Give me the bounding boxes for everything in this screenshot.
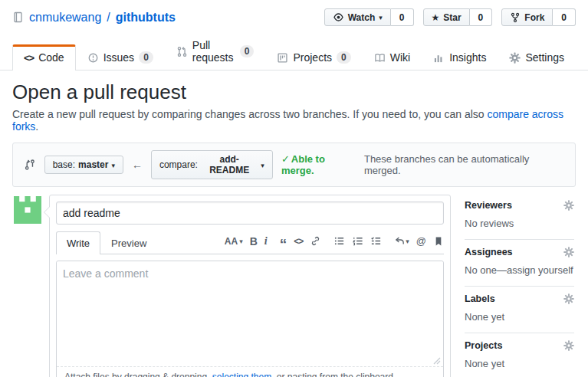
task-list-button[interactable]: [370, 235, 382, 247]
tab-write[interactable]: Write: [56, 231, 100, 254]
toolbar-group-misc: ▾ @: [394, 235, 444, 247]
tab-settings-label: Settings: [525, 51, 564, 64]
star-button[interactable]: ★ Star: [423, 8, 470, 26]
avatar[interactable]: [12, 195, 43, 225]
star-button-group: ★ Star 0: [423, 8, 493, 26]
base-branch-selector[interactable]: base: master ▾: [44, 156, 123, 174]
gear-icon[interactable]: [563, 340, 574, 351]
attach-files-bar[interactable]: Attach files by dragging & dropping, sel…: [57, 367, 443, 377]
tab-code[interactable]: <> Code: [12, 44, 76, 70]
pr-form-row: Write Preview AA▾ B i “ <>: [12, 195, 576, 377]
tab-projects[interactable]: Projects 0: [265, 44, 362, 70]
repo-icon: [12, 11, 24, 23]
bold-button[interactable]: B: [250, 236, 258, 247]
tab-insights[interactable]: Insights: [422, 44, 498, 70]
star-icon: ★: [432, 12, 440, 23]
link-icon: [310, 235, 321, 247]
project-icon: [277, 52, 288, 64]
code-icon: <>: [24, 52, 34, 64]
watch-count[interactable]: 0: [391, 8, 414, 26]
fork-icon: [510, 12, 521, 23]
projects-body: None yet: [465, 358, 574, 369]
compare-branch-selector[interactable]: compare: add-README ▾: [151, 150, 273, 179]
branch-compare-bar: base: master ▾ ← compare: add-README ▾ ✓…: [12, 143, 576, 187]
comment-textarea[interactable]: [57, 261, 443, 367]
repo-nav: <> Code Issues 0 Pull re: [0, 32, 588, 70]
issues-count-badge: 0: [139, 51, 153, 64]
sidebar-section-reviewers: Reviewers No reviews: [465, 196, 574, 240]
repo-owner-link[interactable]: cnmukewang: [29, 11, 101, 25]
compare-branch-prefix: compare:: [159, 159, 198, 170]
issue-opened-icon: [87, 52, 99, 64]
attach-text: Attach files by dragging & dropping,: [64, 372, 212, 377]
bullet-list-button[interactable]: [333, 235, 345, 247]
tab-wiki[interactable]: Wiki: [363, 44, 422, 70]
tab-issues[interactable]: Issues 0: [76, 44, 165, 70]
compare-branch-name: add-README: [201, 154, 258, 175]
task-list-icon: [370, 235, 382, 247]
repo-header: cnmukewang / githubtuts Watch ▾ 0 ★ Star…: [0, 0, 588, 32]
assignees-header[interactable]: Assignees: [465, 247, 574, 257]
mention-button[interactable]: @: [416, 236, 426, 246]
toolbar-group-text: AA▾ B i: [225, 236, 268, 247]
chevron-down-icon: ▾: [406, 238, 409, 245]
tab-pull-requests-label: Pull requests: [192, 39, 235, 64]
pull-requests-count-badge: 0: [240, 45, 255, 57]
base-branch-name: master: [78, 159, 108, 170]
labels-title: Labels: [465, 293, 495, 304]
repo-name-link[interactable]: githubtuts: [116, 11, 176, 25]
reviewers-title: Reviewers: [465, 200, 512, 211]
arrow-left-icon: ←: [132, 159, 143, 171]
social-actions: Watch ▾ 0 ★ Star 0: [324, 8, 576, 26]
quote-button[interactable]: “: [280, 237, 287, 251]
graph-icon: [433, 52, 445, 64]
fork-button[interactable]: Fork: [501, 8, 553, 26]
saved-replies-button[interactable]: ▾: [394, 235, 409, 247]
reply-icon: [394, 235, 406, 247]
text-size-button[interactable]: AA▾: [225, 237, 243, 246]
italic-button[interactable]: i: [264, 236, 268, 247]
markdown-toolbar: AA▾ B i “ <>: [212, 234, 444, 254]
tab-issues-label: Issues: [103, 51, 134, 64]
fork-count[interactable]: 0: [553, 8, 576, 26]
eye-icon: [333, 11, 344, 23]
gear-icon: [509, 52, 521, 64]
numbered-list-button[interactable]: [352, 235, 363, 247]
gear-icon[interactable]: [563, 293, 574, 304]
labels-body: None yet: [465, 311, 574, 323]
tab-pull-requests[interactable]: Pull requests 0: [165, 32, 266, 70]
pr-title-input[interactable]: [56, 202, 444, 225]
resize-grip[interactable]: [433, 357, 441, 365]
reviewers-body: No reviews: [465, 218, 574, 229]
link-button[interactable]: [310, 235, 321, 247]
bullet-list-icon: [333, 235, 345, 247]
subtitle-period: .: [35, 120, 38, 133]
sidebar-section-assignees: Assignees No one—assign yourself: [465, 240, 574, 287]
breadcrumb: cnmukewang / githubtuts: [12, 11, 176, 25]
attach-text-end: , or pasting from the clipboard.: [271, 372, 396, 377]
toolbar-group-insert: “ <>: [280, 234, 322, 248]
page-subtitle: Create a new pull request by comparing c…: [12, 108, 576, 133]
tab-preview[interactable]: Preview: [100, 231, 157, 254]
tab-settings[interactable]: Settings: [498, 44, 576, 70]
assignees-body: No one—assign yourself: [465, 264, 574, 276]
comment-editor: Attach files by dragging & dropping, sel…: [56, 261, 444, 377]
selecting-them-link[interactable]: selecting them: [212, 372, 271, 377]
gear-icon[interactable]: [563, 200, 574, 211]
merge-status: ✓Able to merge.: [281, 153, 359, 176]
tab-wiki-label: Wiki: [390, 51, 410, 64]
reviewers-header[interactable]: Reviewers: [465, 200, 574, 211]
compare-page: Open a pull request Create a new pull re…: [0, 80, 588, 377]
book-icon: [374, 52, 386, 64]
code-button[interactable]: <>: [294, 237, 303, 246]
gear-icon[interactable]: [563, 247, 574, 257]
projects-header[interactable]: Projects: [465, 340, 574, 351]
reference-button[interactable]: [433, 236, 444, 247]
subtitle-text: Create a new pull request by comparing c…: [12, 108, 487, 120]
chevron-down-icon: ▾: [111, 162, 115, 169]
text-size-icon: AA: [225, 237, 238, 246]
chevron-down-icon: ▾: [379, 15, 383, 21]
star-count[interactable]: 0: [470, 8, 493, 26]
labels-header[interactable]: Labels: [465, 293, 574, 304]
watch-button[interactable]: Watch ▾: [324, 8, 391, 26]
